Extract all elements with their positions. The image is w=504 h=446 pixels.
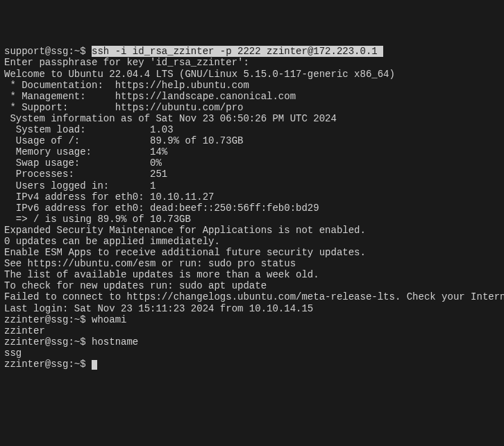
ipv6-addr: IPv6 address for eth0: dead:beef::250:56… (4, 203, 500, 214)
hostname-command-line: zzinter@ssg:~$ hostname (4, 336, 500, 348)
initial-command-line: support@ssg:~$ ssh -i id_rsa_zzinter -p … (4, 46, 500, 57)
prompt-zzinter: zzinter@ssg:~$ (4, 314, 92, 325)
current-prompt-line[interactable]: zzinter@ssg:~$ (4, 359, 500, 370)
cursor-icon (92, 360, 97, 370)
support-line: * Support: https://ubuntu.com/pro (4, 102, 500, 113)
swap-usage: Swap usage: 0% (4, 157, 500, 169)
last-login-line: Last login: Sat Nov 23 15:11:23 2024 fro… (4, 303, 500, 314)
whoami-command-line: zzinter@ssg:~$ whoami (4, 314, 500, 325)
mgmt-line: * Management: https://landscape.canonica… (4, 91, 500, 102)
prompt-zzinter: zzinter@ssg:~$ (4, 359, 92, 370)
doc-line: * Documentation: https://help.ubuntu.com (4, 80, 500, 91)
disk-warning: => / is using 89.9% of 10.73GB (4, 214, 500, 225)
welcome-line: Welcome to Ubuntu 22.04.4 LTS (GNU/Linux… (4, 69, 500, 80)
whoami-cmd: whoami (92, 314, 126, 325)
whoami-output: zzinter (4, 325, 500, 336)
prompt-zzinter: zzinter@ssg:~$ (4, 336, 92, 348)
processes: Processes: 251 (4, 169, 500, 180)
enable-esm-line: Enable ESM Apps to receive additional fu… (4, 247, 500, 258)
esm-line: Expanded Security Maintenance for Applic… (4, 225, 500, 236)
prompt-support: support@ssg:~$ (4, 46, 92, 57)
failed-connect-line: Failed to connect to https://changelogs.… (4, 291, 500, 302)
ssh-command: ssh -i id_rsa_zzinter -p 2222 zzinter@17… (92, 46, 383, 57)
hostname-output: ssg (4, 348, 500, 359)
sysinfo-header: System information as of Sat Nov 23 06:5… (4, 113, 500, 124)
memory-usage: Memory usage: 14% (4, 146, 500, 157)
esm-url-line: See https://ubuntu.com/esm or run: sudo … (4, 258, 500, 269)
users-logged: Users logged in: 1 (4, 180, 500, 191)
terminal-output[interactable]: support@ssg:~$ ssh -i id_rsa_zzinter -p … (4, 46, 500, 370)
passphrase-line: Enter passphrase for key 'id_rsa_zzinter… (4, 57, 500, 68)
updates-line: 0 updates can be applied immediately. (4, 236, 500, 247)
apt-update-line: To check for new updates run: sudo apt u… (4, 280, 500, 291)
system-load: System load: 1.03 (4, 124, 500, 135)
hostname-cmd: hostname (92, 336, 138, 348)
disk-usage: Usage of /: 89.9% of 10.73GB (4, 135, 500, 146)
ipv4-addr: IPv4 address for eth0: 10.10.11.27 (4, 191, 500, 203)
updates-old-line: The list of available updates is more th… (4, 269, 500, 280)
